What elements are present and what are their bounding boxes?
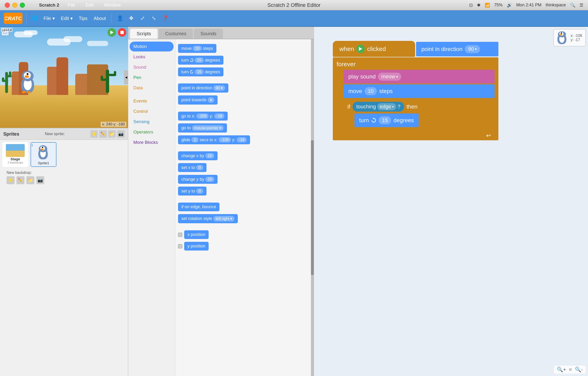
play-sound-block[interactable]: play sound meow▾ [344,70,495,84]
globe-icon[interactable]: 🌐 [30,14,39,23]
zoom-in-button[interactable]: 🔍+ [556,367,567,373]
forever-label: forever [337,61,495,68]
new-backdrop-label: New backdrop: [3,171,125,176]
menu-file[interactable]: File [66,1,77,9]
menu-edit-scratch[interactable]: Edit ▾ [59,15,75,22]
menu-tips[interactable]: Tips [77,15,89,22]
menu-edit[interactable]: Edit [84,1,96,9]
menu-icon[interactable]: ☰ [579,3,583,8]
sprite1-item[interactable]: ℹ Sprite1 [31,142,56,167]
block-turn-ccw[interactable]: turn 15 degrees [178,66,309,77]
new-sprite-draw-button[interactable]: ✏️ [99,130,107,138]
block-go-to-xy[interactable]: go to x: -109 y: -18 [178,111,309,122]
block-y-position[interactable]: y position [178,241,309,251]
stage-y-coord-label: y444.4 [1,28,13,32]
cat-control[interactable]: Control [130,106,174,116]
backdrop-tools: ⭐ ✏️ 📁 📷 [3,176,125,187]
block-set-y[interactable]: set y to 0 [178,186,309,197]
menu-window[interactable]: Window [102,1,123,9]
scrollbar-thumb[interactable] [311,140,314,275]
minimize-button[interactable] [12,3,17,8]
stage-sprite-item[interactable]: Stage 2 backdrops [2,142,28,167]
direction-dropdown[interactable]: 90▾ [465,45,480,53]
zoom-reset-button[interactable]: = [568,367,573,373]
block-rotation-style[interactable]: set rotation style left-right ▾ [178,213,309,224]
cloud2 [23,30,38,35]
check-icon[interactable] [178,233,182,237]
cursor-icon[interactable]: ✥ [127,14,136,23]
green-flag-button[interactable] [107,28,116,37]
sound-dropdown[interactable]: meow▾ [378,73,401,81]
new-sprite-upload-button[interactable]: 📁 [108,130,116,138]
shrink-icon[interactable]: ⤡ [149,14,158,23]
block-change-y[interactable]: change y by 10 [178,174,309,185]
steps-oval[interactable]: 10 [364,87,377,95]
cat-events[interactable]: Events [130,96,174,106]
center-panel: Scripts Costumes Sounds Motion Looks Sou… [128,27,314,376]
point-direction-block[interactable]: point in direction 90▾ [416,42,498,56]
move-steps-block[interactable]: move 10 steps [344,84,495,98]
tab-scripts[interactable]: Scripts [130,29,158,39]
close-button[interactable] [5,3,10,8]
block-turn-cw[interactable]: turn 15 degrees [178,55,309,66]
check-icon2[interactable] [178,244,182,248]
block-gap4 [178,197,309,201]
stage-thumbnail [6,144,25,157]
tab-costumes[interactable]: Costumes [159,29,193,39]
cactus2-main [106,70,109,93]
backdrop-upload-btn[interactable]: 📁 [26,176,34,184]
backdrop-draw-btn[interactable]: ✏️ [16,176,24,184]
hat-block[interactable]: when clicked [333,41,415,57]
turn-degrees-block[interactable]: turn 15 degrees [354,114,419,127]
block-set-x[interactable]: set x to 0 [178,162,309,173]
block-glide[interactable]: glide 1 secs to x: -109 y: -18 [178,135,309,145]
menu-about[interactable]: About [92,15,108,22]
cat-more-blocks[interactable]: More Blocks [130,137,174,147]
person-icon[interactable]: 👤 [116,14,124,23]
new-sprite-camera-button[interactable]: 📷 [117,130,125,138]
degrees-label: degrees [394,117,414,124]
stage-area: y444.4 ◀ x: 240 y: -180 Sprites New spri… [0,27,128,376]
degrees-oval[interactable]: 15 [379,116,391,124]
block-list-scrollbar[interactable] [311,39,314,376]
block-change-x[interactable]: change x by 10 [178,150,309,161]
expand-icon[interactable]: ⤢ [138,14,147,23]
if-block[interactable]: if touching edge ▾ ? then [344,99,495,133]
block-point-direction[interactable]: point in direction 90 ▾ [178,83,309,94]
menu-file-scratch[interactable]: File ▾ [42,15,57,22]
backdrop-camera-btn[interactable]: 📷 [36,176,44,184]
stop-button[interactable] [118,28,126,37]
bluetooth-icon: ✱ [477,3,481,8]
cat-looks[interactable]: Looks [130,52,174,62]
stage-scroll-arrow[interactable]: ◀ [124,70,128,84]
cat-pen[interactable]: Pen [130,73,174,83]
edge-dropdown[interactable]: edge ▾ [377,103,396,110]
sprite-penguin[interactable] [20,71,36,93]
block-point-towards[interactable]: point towards ▾ [178,94,309,105]
block-if-edge[interactable]: if on edge, bounce [178,202,309,212]
mac-titlebar: Scratch 2 File Edit Window Scratch 2 Off… [0,0,588,10]
mac-menu-bar: Scratch 2 File Edit Window [39,1,123,9]
sprite-info-icon[interactable]: ℹ [32,143,33,147]
block-go-to[interactable]: go to mouse-pointer ▾ [178,122,309,134]
help-icon[interactable]: ❓ [161,14,170,23]
cat-sensing[interactable]: Sensing [130,117,174,127]
checkbox-x-pos[interactable]: x position [178,230,209,239]
cactus2-arm1up [101,76,103,81]
cat-sound[interactable]: Sound [130,62,174,72]
when-label: when [339,45,354,53]
forever-block[interactable]: forever play sound meow▾ move 10 ste [333,57,498,140]
block-move[interactable]: move 10 steps [178,43,309,54]
touching-block[interactable]: touching edge ▾ ? [353,102,404,112]
zoom-out-button[interactable]: 🔍- [574,367,584,373]
cat-operators[interactable]: Operators [130,127,174,137]
backdrop-paint-btn[interactable]: ⭐ [7,176,15,184]
new-sprite-paint-button[interactable]: ⭐ [90,130,98,138]
cat-data[interactable]: Data [130,83,174,93]
search-icon[interactable]: 🔍 [570,3,575,8]
block-x-position[interactable]: x position [178,229,309,240]
tab-sounds[interactable]: Sounds [194,29,223,39]
maximize-button[interactable] [20,3,25,8]
checkbox-y-pos[interactable]: y position [178,242,209,251]
cat-motion[interactable]: Motion [130,42,174,52]
